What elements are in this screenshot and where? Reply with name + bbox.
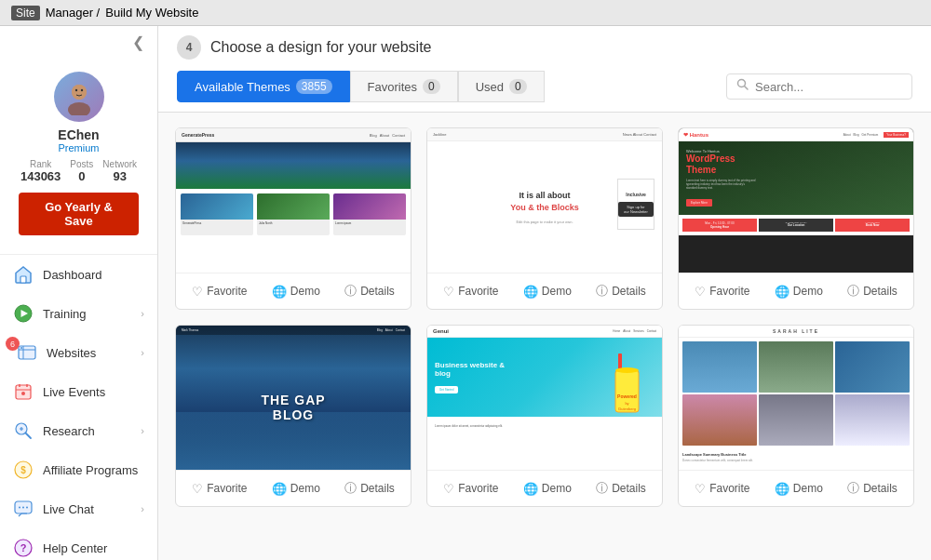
tab-used[interactable]: Used 0 — [458, 71, 545, 102]
demo-button-gapblog[interactable]: 🌐 Demo — [268, 480, 324, 498]
details-button-gapblog[interactable]: ⓘ Details — [341, 478, 398, 499]
chat-icon — [13, 499, 34, 519]
info-icon: ⓘ — [344, 480, 357, 497]
calendar-icon — [13, 381, 34, 402]
svg-text:?: ? — [20, 542, 27, 553]
network-value: 93 — [113, 169, 126, 183]
posts-label: Posts — [70, 159, 93, 169]
demo-label: Demo — [793, 285, 823, 298]
details-label: Details — [612, 285, 646, 298]
research-icon — [13, 420, 34, 441]
tab-available-label: Available Themes — [195, 80, 290, 94]
details-button-sarahlite[interactable]: ⓘ Details — [843, 478, 901, 499]
themes-grid: GeneratePress BlogAboutContact GenerateP… — [158, 113, 931, 560]
avatar — [54, 72, 104, 122]
main-layout: ❮ EChen Premium Rank 143063 — [0, 26, 931, 560]
sidebar-item-label: Help Center — [43, 541, 144, 555]
tab-available-themes[interactable]: Available Themes 3855 — [177, 71, 350, 102]
globe-icon: 🌐 — [272, 285, 287, 299]
sidebar-item-dashboard[interactable]: Dashboard — [0, 255, 157, 294]
demo-label: Demo — [793, 482, 823, 495]
details-button-genui[interactable]: ⓘ Details — [592, 478, 650, 499]
svg-text:Powered: Powered — [617, 393, 637, 399]
sidebar-item-live-events[interactable]: Live Events — [0, 372, 157, 411]
globe-icon: 🌐 — [523, 482, 538, 496]
favorite-button-sarahlite[interactable]: ♡ Favorite — [691, 480, 753, 498]
step-number: 4 — [177, 35, 201, 60]
site-badge: Site — [11, 6, 40, 20]
network-stat: Network 93 — [102, 159, 137, 183]
svg-point-26 — [615, 367, 639, 373]
sidebar-item-label: Live Events — [43, 385, 144, 399]
websites-badge: 6 — [6, 337, 20, 351]
svg-point-9 — [20, 347, 22, 349]
details-label: Details — [863, 285, 897, 298]
favorite-label: Favorite — [709, 482, 749, 495]
heart-icon: ♡ — [695, 285, 706, 299]
sidebar-item-help[interactable]: ? Help Center — [0, 528, 157, 560]
rank-stat: Rank 143063 — [20, 159, 61, 183]
posts-value: 0 — [78, 169, 85, 183]
sidebar-item-label: Live Chat — [43, 502, 141, 516]
search-input[interactable] — [755, 80, 902, 94]
favorite-button-genui[interactable]: ♡ Favorite — [439, 480, 502, 498]
favorite-button-inclusive[interactable]: ♡ Favorite — [439, 283, 502, 300]
theme-card-sarahlite: SARAH LITE Landscape Summary Business Ti… — [678, 325, 914, 507]
theme-card-hantus: ❤ Hantus AboutBlogGet Premium Your Busin… — [678, 127, 914, 310]
sidebar-expand-button[interactable]: ❮ — [125, 30, 152, 55]
favorite-button-generatepress[interactable]: ♡ Favorite — [188, 283, 250, 300]
globe-icon: 🌐 — [272, 482, 287, 496]
svg-point-18 — [19, 507, 20, 509]
theme-actions-inclusive: ♡ Favorite 🌐 Demo ⓘ Details — [427, 273, 662, 309]
details-button-generatepress[interactable]: ⓘ Details — [341, 281, 398, 301]
demo-button-generatepress[interactable]: 🌐 Demo — [268, 283, 324, 300]
details-label: Details — [612, 482, 646, 495]
stats-row: Rank 143063 Posts 0 Network 93 — [20, 159, 137, 183]
details-label: Details — [360, 285, 395, 298]
svg-point-20 — [26, 507, 28, 509]
available-count: 3855 — [296, 79, 332, 94]
sidebar-item-training[interactable]: Training › — [0, 294, 157, 333]
theme-preview-hantus: ❤ Hantus AboutBlogGet Premium Your Busin… — [679, 128, 913, 273]
svg-text:Gutenberg: Gutenberg — [618, 407, 636, 411]
demo-button-genui[interactable]: 🌐 Demo — [519, 480, 575, 498]
details-button-hantus[interactable]: ⓘ Details — [843, 281, 901, 301]
demo-button-sarahlite[interactable]: 🌐 Demo — [771, 480, 827, 498]
sidebar-item-live-chat[interactable]: Live Chat › — [0, 489, 157, 528]
yearly-save-button[interactable]: Go Yearly & Save — [19, 193, 139, 235]
chevron-right-icon: › — [141, 503, 144, 514]
sidebar: ❮ EChen Premium Rank 143063 — [0, 26, 158, 560]
heart-icon: ♡ — [443, 482, 454, 496]
globe-icon: 🌐 — [775, 482, 789, 496]
sidebar-item-label: Websites — [47, 346, 141, 360]
tabs-row: Available Themes 3855 Favorites 0 Used 0 — [177, 71, 912, 102]
globe-icon: 🌐 — [775, 285, 789, 299]
theme-actions-genui: ♡ Favorite 🌐 Demo ⓘ Details — [427, 470, 662, 506]
favorite-button-hantus[interactable]: ♡ Favorite — [691, 283, 753, 300]
theme-actions-sarahlite: ♡ Favorite 🌐 Demo ⓘ Details — [679, 470, 913, 506]
sidebar-item-websites[interactable]: 6 Websites › — [0, 333, 157, 372]
svg-point-2 — [72, 85, 87, 100]
theme-card-gapblog: Mark Thomas BlogAboutContact THE GAPBLOG… — [175, 325, 412, 507]
favorite-label: Favorite — [458, 285, 498, 298]
theme-preview-inclusive: Jackline News About Contact It is all ab… — [427, 128, 662, 273]
page-breadcrumb: Build My Website — [105, 6, 198, 20]
theme-actions-gapblog: ♡ Favorite 🌐 Demo ⓘ Details — [176, 470, 411, 506]
demo-label: Demo — [542, 285, 572, 298]
info-icon: ⓘ — [847, 283, 859, 300]
sidebar-nav: Dashboard Training › 6 — [0, 255, 157, 560]
svg-rect-25 — [618, 353, 622, 370]
heart-icon: ♡ — [192, 285, 203, 299]
demo-button-inclusive[interactable]: 🌐 Demo — [519, 283, 575, 300]
sidebar-item-research[interactable]: Research › — [0, 411, 157, 450]
globe-icon: 🌐 — [523, 285, 538, 299]
details-button-inclusive[interactable]: ⓘ Details — [592, 281, 650, 301]
demo-button-hantus[interactable]: 🌐 Demo — [771, 283, 827, 300]
step-title: 4 Choose a design for your website — [177, 35, 912, 60]
tab-favorites[interactable]: Favorites 0 — [350, 71, 458, 102]
favorite-button-gapblog[interactable]: ♡ Favorite — [188, 480, 250, 498]
demo-label: Demo — [290, 482, 320, 495]
svg-text:by: by — [625, 401, 628, 406]
favorites-count: 0 — [423, 79, 440, 94]
sidebar-item-affiliate[interactable]: $ Affiliate Programs — [0, 450, 157, 489]
